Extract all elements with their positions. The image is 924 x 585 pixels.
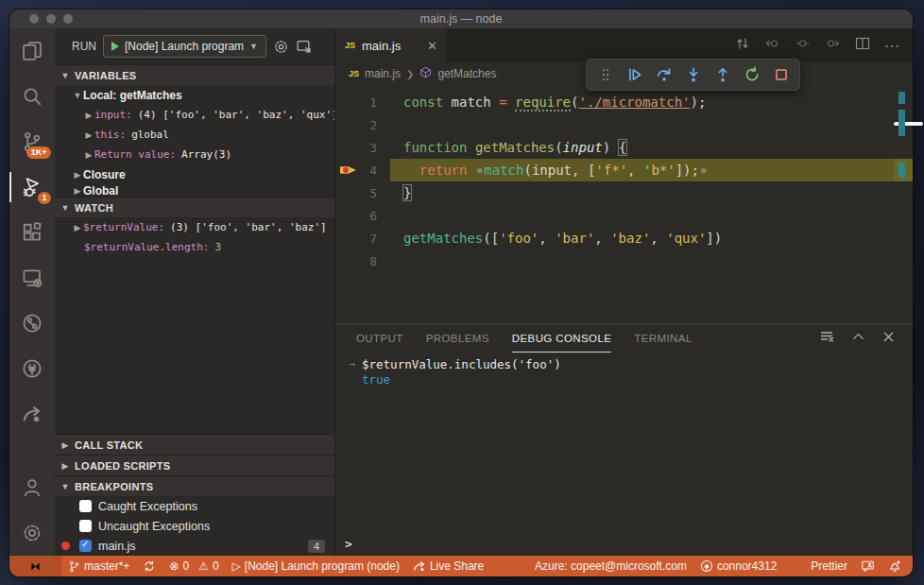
call-stack-section-header[interactable]: ▶ CALL STACK (55, 434, 334, 455)
source-control-icon[interactable]: 1K+ (9, 119, 55, 164)
watch-row[interactable]: ▶ $returnValue: (3) ['foo', 'bar', 'baz'… (55, 217, 334, 237)
editor-gutter[interactable]: 3 (335, 136, 390, 159)
launch-config-dropdown[interactable]: [Node] Launch program ▼ (103, 35, 266, 58)
sync-changes-button[interactable] (136, 559, 163, 573)
chevron-right-icon: ▶ (60, 461, 70, 471)
live-share-icon[interactable] (9, 391, 55, 437)
stop-icon[interactable] (768, 62, 794, 88)
watch-row[interactable]: $returnValue.length: 3 (55, 237, 334, 257)
close-tab-icon[interactable]: ✕ (427, 39, 437, 53)
current-line-breakpoint-icon[interactable] (340, 164, 356, 176)
watch-section-header[interactable]: ▼ WATCH (55, 197, 334, 217)
editor-gutter[interactable]: 7 (335, 227, 390, 249)
git-branch-status[interactable]: master*+ (61, 559, 136, 573)
reverse-continue-icon[interactable] (764, 36, 780, 55)
checkbox-unchecked[interactable] (79, 520, 92, 532)
line-number: 8 (358, 254, 390, 268)
step-back-icon[interactable] (795, 36, 811, 55)
start-debug-icon[interactable] (111, 42, 119, 51)
code-line-text[interactable]: ··return·●match(input,·['f*',·'b*']);● (390, 159, 913, 181)
debug-console-toggle-icon[interactable] (296, 39, 312, 55)
restart-icon[interactable] (739, 62, 764, 88)
run-and-debug-icon[interactable]: 1 (9, 164, 55, 210)
tab-main-js[interactable]: JS main.js ✕ (335, 28, 447, 62)
explorer-icon[interactable] (9, 28, 55, 74)
editor-gutter[interactable]: 5 (335, 181, 390, 204)
close-panel-icon[interactable] (881, 330, 896, 348)
variable-row[interactable]: ▶ Return value: Array(3) (55, 145, 334, 164)
breakpoint-row[interactable]: main.js 4 (55, 536, 334, 556)
remote-explorer-icon[interactable] (9, 255, 55, 301)
step-into-icon[interactable] (680, 62, 706, 88)
github-icon[interactable] (9, 346, 55, 391)
tab-output[interactable]: OUTPUT (356, 324, 403, 353)
call-stack-header-label: CALL STACK (75, 439, 143, 451)
open-changes-icon[interactable] (735, 36, 750, 55)
remote-indicator[interactable] (9, 556, 61, 576)
editor-group: JS main.js ✕ (335, 28, 913, 556)
line-number: 6 (358, 209, 390, 223)
continue-icon[interactable] (622, 62, 647, 88)
title-bar[interactable]: main.js — node (9, 9, 913, 28)
problems-status[interactable]: ⊗ 0 ⚠ 0 (163, 559, 225, 573)
global-scope-row[interactable]: ▶ Global (55, 184, 334, 197)
settings-gear-icon[interactable] (9, 510, 55, 556)
feedback-icon[interactable] (854, 559, 881, 573)
editor-gutter[interactable]: 2 (335, 113, 390, 136)
more-actions-icon[interactable]: ⋯ (884, 37, 899, 55)
live-share-status[interactable]: Live Share (406, 559, 490, 573)
variable-row[interactable]: ▶ input: (4) ['foo', 'bar', 'baz', 'qux'… (55, 105, 334, 125)
code-line-text[interactable]: function getMatches(input) { (390, 136, 913, 159)
editor-gutter[interactable]: 4 (335, 159, 390, 181)
editor-gutter[interactable]: 8 (335, 249, 390, 272)
code-line: 5} (335, 181, 913, 204)
accounts-icon[interactable] (9, 465, 55, 510)
step-out-icon[interactable] (710, 62, 735, 88)
code-line-text[interactable] (390, 249, 913, 272)
console-input-prompt[interactable]: > (335, 537, 913, 556)
clear-console-icon[interactable] (819, 329, 835, 348)
debug-console-output[interactable]: → $returnValue.includes('foo') true > (335, 353, 913, 556)
code-line-text[interactable] (390, 204, 913, 227)
code-token: ( (571, 95, 578, 110)
code-line-text[interactable]: const match = require('./micromatch'); (390, 91, 913, 113)
code-line-text[interactable]: getMatches(['foo', 'bar', 'baz', 'qux']) (390, 227, 913, 249)
breakpoint-row[interactable]: Caught Exceptions (55, 496, 334, 516)
extensions-icon[interactable] (9, 210, 55, 255)
code-lines: 1const match = require('./micromatch');2… (335, 91, 913, 272)
code-line-text[interactable] (390, 113, 913, 136)
variable-row[interactable]: ▶ this: global (55, 125, 334, 145)
breakpoints-section-header[interactable]: ▼ BREAKPOINTS (55, 475, 334, 496)
scope-row[interactable]: ▼ Local: getMatches (55, 85, 334, 105)
closure-scope-row[interactable]: ▶ Closure (55, 164, 334, 184)
code-line-text[interactable]: } (390, 181, 913, 204)
step-over-icon[interactable] (651, 62, 676, 88)
editor-gutter[interactable]: 1 (335, 91, 390, 113)
tab-debug-console[interactable]: DEBUG CONSOLE (512, 324, 612, 353)
maximize-panel-icon[interactable] (851, 330, 865, 348)
loaded-scripts-section-header[interactable]: ▶ LOADED SCRIPTS (55, 455, 334, 475)
code-editor[interactable]: 1const match = require('./micromatch');2… (335, 85, 913, 323)
breadcrumb-file[interactable]: main.js (365, 67, 401, 80)
formatter-status[interactable]: Prettier (804, 559, 854, 573)
editor-gutter[interactable]: 6 (335, 204, 390, 227)
debug-session-status[interactable]: ▷ [Node] Launch program (node) (226, 559, 406, 573)
search-icon[interactable] (9, 74, 55, 119)
configure-gear-icon[interactable] (273, 39, 289, 55)
azure-account-status[interactable]: Azure: copeet@microsoft.com (528, 559, 693, 573)
breakpoint-row[interactable]: Uncaught Exceptions (55, 516, 334, 536)
tab-label: main.js (362, 39, 401, 53)
breadcrumb-symbol[interactable]: getMatches (437, 67, 496, 80)
git-graph-icon[interactable] (9, 301, 55, 346)
tab-problems[interactable]: PROBLEMS (426, 324, 489, 353)
checkbox-unchecked[interactable] (79, 500, 92, 512)
github-account-status[interactable]: connor4312 (693, 559, 783, 573)
split-editor-icon[interactable] (855, 36, 870, 55)
checkbox-checked[interactable] (79, 540, 92, 552)
tab-terminal[interactable]: TERMINAL (634, 324, 692, 353)
symbol-cube-icon (419, 66, 432, 81)
variables-section-header[interactable]: ▼ VARIABLES (55, 64, 334, 85)
notifications-bell-icon[interactable] (881, 559, 913, 573)
toolbar-drag-grip[interactable] (592, 62, 618, 88)
step-forward-icon[interactable] (825, 36, 841, 55)
